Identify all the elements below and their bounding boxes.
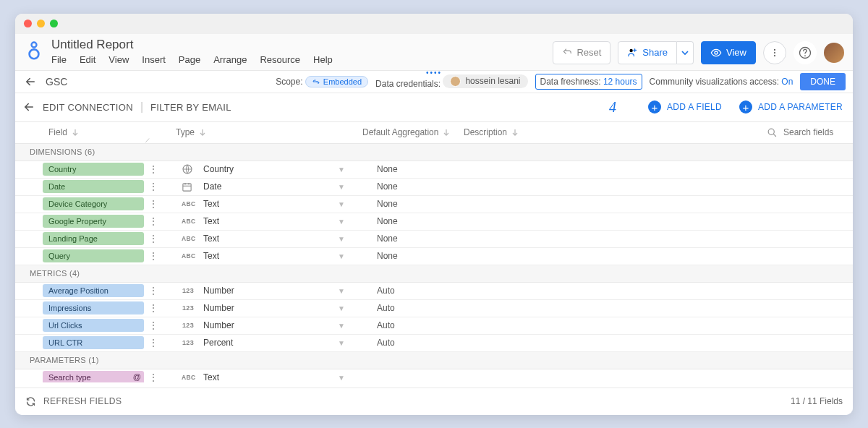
menu-resource[interactable]: Resource — [260, 54, 300, 65]
community-viz-button[interactable]: Community visualizations access: On — [650, 77, 793, 87]
search-fields-input[interactable] — [783, 127, 843, 137]
type-dropdown-icon[interactable]: ▼ — [338, 374, 345, 382]
reset-button[interactable]: Reset — [553, 41, 610, 64]
back-icon[interactable] — [22, 100, 35, 114]
minimize-window-dot[interactable] — [37, 20, 45, 27]
resize-handle-icon[interactable]: ⟋ — [144, 136, 151, 144]
more-options-button[interactable] — [763, 41, 786, 64]
view-button[interactable]: View — [701, 41, 756, 64]
type-label[interactable]: Date — [203, 181, 221, 192]
row-more-button[interactable]: ⋮ — [148, 181, 158, 192]
type-label[interactable]: Number — [203, 286, 234, 296]
type-label[interactable]: Text — [203, 372, 219, 382]
field-chip[interactable]: Impressions — [43, 301, 144, 314]
menu-help[interactable]: Help — [313, 54, 333, 65]
type-dropdown-icon[interactable]: ▼ — [338, 218, 345, 226]
row-more-button[interactable]: ⋮ — [148, 164, 158, 174]
type-label[interactable]: Country — [203, 164, 234, 174]
type-dropdown-icon[interactable]: ▼ — [338, 322, 345, 330]
menu-arrange[interactable]: Arrange — [213, 54, 247, 65]
type-dropdown-icon[interactable]: ▼ — [338, 287, 345, 295]
field-chip[interactable]: Landing Page — [43, 232, 144, 245]
type-label[interactable]: Text — [203, 234, 219, 244]
type-label[interactable]: Text — [203, 251, 219, 261]
aggregation-label[interactable]: None — [377, 199, 398, 209]
field-chip[interactable]: Country — [43, 163, 144, 176]
data-source-name[interactable]: GSC — [46, 76, 67, 87]
share-dropdown[interactable] — [677, 41, 694, 64]
row-more-button[interactable]: ⋮ — [148, 286, 158, 296]
filter-by-email-button[interactable]: FILTER BY EMAIL — [150, 102, 231, 113]
add-field-button[interactable]: +ADD A FIELD — [648, 100, 722, 114]
row-more-button[interactable]: ⋮ — [148, 338, 158, 348]
aggregation-label[interactable]: Auto — [377, 286, 395, 296]
field-chip[interactable]: Google Property — [43, 215, 144, 228]
col-type[interactable]: Type — [176, 127, 206, 137]
type-label[interactable]: Percent — [203, 338, 233, 348]
menu-insert[interactable]: Insert — [142, 54, 166, 65]
edit-connection-button[interactable]: EDIT CONNECTION — [43, 102, 133, 113]
back-button[interactable] — [22, 74, 38, 90]
aggregation-label[interactable]: Auto — [377, 338, 395, 348]
field-chip[interactable]: URL CTR — [43, 336, 144, 349]
type-dropdown-icon[interactable]: ▼ — [338, 183, 345, 191]
maximize-window-dot[interactable] — [50, 20, 58, 27]
scope-pill[interactable]: Embedded — [305, 76, 368, 87]
field-chip[interactable]: Average Position — [43, 284, 144, 297]
type-label[interactable]: Text — [203, 216, 219, 226]
menu-edit[interactable]: Edit — [80, 54, 95, 65]
menu-view[interactable]: View — [109, 54, 129, 65]
type-label[interactable]: Text — [203, 199, 219, 209]
field-chip[interactable]: Query — [43, 249, 144, 262]
field-chip[interactable]: Date — [43, 180, 144, 193]
type-dropdown-icon[interactable]: ▼ — [338, 339, 345, 347]
aggregation-label[interactable]: Auto — [377, 303, 395, 313]
plus-icon: + — [739, 100, 752, 114]
row-more-button[interactable]: ⋮ — [148, 320, 158, 330]
type-dropdown-icon[interactable]: ▼ — [338, 252, 345, 260]
refresh-fields-button[interactable]: REFRESH FIELDS — [25, 396, 122, 407]
type-dropdown-icon[interactable]: ▼ — [338, 200, 345, 208]
field-chip[interactable]: Search type — [43, 371, 144, 382]
row-more-button[interactable]: ⋮ — [148, 251, 158, 261]
field-chip[interactable]: Url Clicks — [43, 319, 144, 332]
type-dropdown-icon[interactable]: ▼ — [338, 235, 345, 243]
doc-title[interactable]: Untitled Report — [51, 38, 333, 52]
col-aggregation[interactable]: Default Aggregation — [362, 127, 450, 137]
aggregation-label[interactable]: Auto — [377, 320, 395, 330]
field-row: Landing Page⋮ABCText▼None — [15, 231, 853, 248]
user-avatar[interactable] — [824, 43, 844, 63]
aggregation-label[interactable]: None — [377, 234, 398, 244]
menu-file[interactable]: File — [51, 54, 67, 65]
type-dropdown-icon[interactable]: ▼ — [338, 304, 345, 312]
field-row: Query⋮ABCText▼None — [15, 248, 853, 265]
field-chip[interactable]: Device Category — [43, 197, 144, 210]
aggregation-label[interactable]: None — [377, 216, 398, 226]
row-more-button[interactable]: ⋮ — [148, 234, 158, 244]
calendar-icon — [182, 181, 192, 192]
type-label[interactable]: Number — [203, 320, 234, 330]
done-button[interactable]: DONE — [800, 73, 846, 90]
type-icon: ABC — [182, 218, 195, 225]
menu-page[interactable]: Page — [179, 54, 200, 65]
share-button[interactable]: Share — [618, 41, 677, 64]
close-window-dot[interactable] — [24, 20, 32, 27]
aggregation-label[interactable]: None — [377, 164, 398, 174]
col-field[interactable]: Field — [48, 127, 79, 137]
type-dropdown-icon[interactable]: ▼ — [338, 166, 345, 174]
col-description[interactable]: Description — [464, 127, 519, 137]
footer-bar: REFRESH FIELDS 11 / 11 Fields — [15, 388, 853, 415]
data-freshness-button[interactable]: Data freshness: 12 hours — [535, 74, 642, 90]
row-more-button[interactable]: ⋮ — [148, 303, 158, 313]
section-header: METRICS (4) — [15, 265, 853, 283]
row-more-button[interactable]: ⋮ — [148, 199, 158, 209]
field-row: URL CTR⋮123Percent▼Auto — [15, 335, 853, 352]
add-parameter-button[interactable]: +ADD A PARAMETER — [739, 100, 843, 114]
row-more-button[interactable]: ⋮ — [148, 372, 158, 382]
row-more-button[interactable]: ⋮ — [148, 216, 158, 226]
aggregation-label[interactable]: None — [377, 181, 398, 192]
credentials-pill[interactable]: hossein lesani — [443, 74, 527, 88]
type-label[interactable]: Number — [203, 303, 234, 313]
help-button[interactable] — [793, 41, 817, 64]
aggregation-label[interactable]: None — [377, 251, 398, 261]
